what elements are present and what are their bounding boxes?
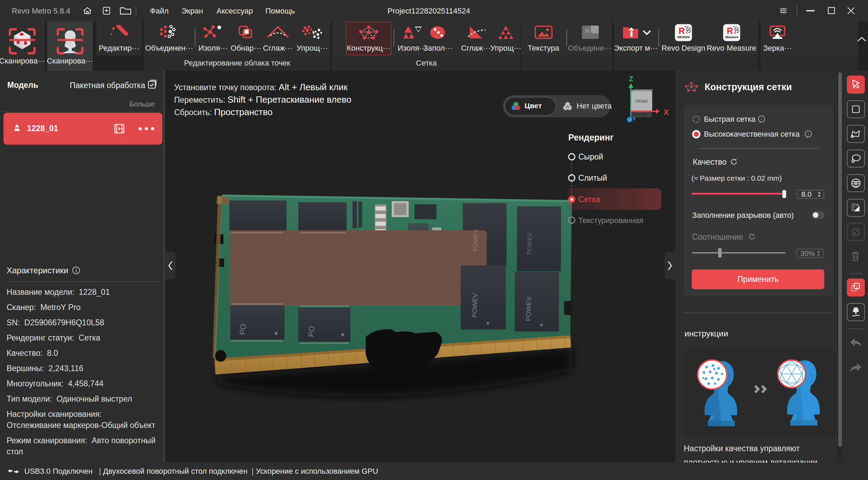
svg-text:PO: PO bbox=[238, 324, 248, 335]
svg-text:Z: Z bbox=[629, 75, 633, 83]
svg-text:POWEV: POWEV bbox=[525, 296, 533, 321]
svg-text:i: i bbox=[761, 117, 762, 121]
svg-text:X: X bbox=[664, 108, 669, 117]
svg-text:POWEV: POWEV bbox=[472, 229, 479, 251]
svg-text:PO: PO bbox=[307, 326, 316, 337]
svg-text:R: R bbox=[679, 26, 685, 36]
svg-text:R: R bbox=[726, 26, 733, 36]
svg-text:Measure: Measure bbox=[725, 35, 738, 39]
svg-text:FRONT: FRONT bbox=[636, 99, 648, 103]
svg-text:DESIGN: DESIGN bbox=[677, 35, 690, 39]
svg-text:i: i bbox=[808, 132, 809, 136]
svg-text:POWEV: POWEV bbox=[526, 232, 533, 255]
svg-text:POWEV: POWEV bbox=[471, 293, 479, 318]
